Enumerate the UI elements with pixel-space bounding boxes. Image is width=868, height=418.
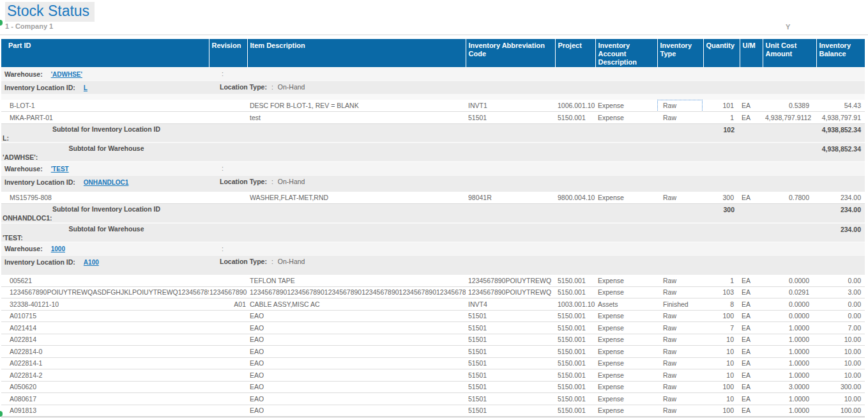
cell-part-id[interactable]: A022814-0 (1, 346, 209, 358)
cell-inv-type[interactable]: Raw (657, 192, 703, 204)
cell-part-id[interactable]: A091813 (1, 405, 209, 417)
cell-account[interactable]: Expense (595, 346, 657, 358)
cell-balance[interactable]: 3.00 (816, 286, 865, 298)
cell-revision[interactable] (209, 310, 247, 322)
cell-qty[interactable]: 10 (703, 334, 740, 346)
cell-account[interactable]: Expense (595, 369, 657, 382)
cell-abbrev[interactable]: INVT4 (466, 298, 555, 311)
cell-um[interactable]: EA (740, 381, 763, 393)
cell-account[interactable]: Expense (595, 405, 657, 417)
cell-unit-cost[interactable]: 1.0000 (763, 405, 816, 417)
cell-um[interactable]: EA (740, 275, 763, 287)
warehouse-link[interactable]: 'ADWHSE' (51, 71, 82, 78)
cell-description[interactable]: EAO (247, 334, 466, 346)
cell-unit-cost[interactable]: 1.0000 (763, 334, 816, 346)
cell-abbrev[interactable]: 51501 (466, 334, 555, 346)
cell-revision[interactable]: A01 (209, 298, 247, 311)
cell-account[interactable]: Expense (595, 393, 657, 405)
cell-account[interactable]: Expense (595, 334, 657, 346)
cell-inv-type[interactable]: Raw (657, 310, 703, 322)
cell-description[interactable]: EAO (247, 405, 466, 417)
cell-account[interactable]: Expense (595, 286, 657, 298)
cell-part-id[interactable]: MKA-PART-01 (1, 112, 209, 124)
cell-um[interactable]: EA (740, 100, 763, 112)
cell-qty[interactable]: 10 (703, 369, 740, 382)
cell-abbrev[interactable]: 1234567890POIUYTREWQ (466, 275, 555, 287)
cell-balance[interactable]: 0.00 (816, 298, 865, 311)
cell-unit-cost[interactable]: 0.0000 (763, 275, 816, 287)
cell-abbrev[interactable]: 51501 (466, 310, 555, 322)
cell-abbrev[interactable]: 51501 (466, 346, 555, 358)
cell-unit-cost[interactable]: 3.0000 (763, 381, 816, 393)
cell-unit-cost[interactable]: 0.0291 (763, 286, 816, 298)
cell-qty[interactable]: 103 (703, 286, 740, 298)
cell-balance[interactable]: 10.00 (816, 346, 865, 358)
cell-unit-cost[interactable]: 1.0000 (763, 357, 816, 369)
cell-inv-type[interactable]: Raw (657, 286, 703, 298)
cell-revision[interactable] (209, 346, 247, 358)
cell-qty[interactable]: 300 (703, 192, 740, 204)
cell-inv-type[interactable]: Raw (657, 393, 703, 405)
cell-part-id[interactable]: 005621 (1, 275, 209, 287)
cell-um[interactable]: EA (740, 322, 763, 334)
cell-project[interactable]: 5150.001 (555, 286, 595, 298)
cell-inv-type[interactable]: Raw (657, 369, 703, 382)
cell-part-id[interactable]: A021414 (1, 322, 209, 334)
cell-revision[interactable] (209, 275, 247, 287)
cell-revision[interactable] (209, 369, 247, 382)
cell-part-id[interactable]: A050620 (1, 381, 209, 393)
cell-abbrev[interactable]: 51501 (466, 381, 555, 393)
cell-um[interactable]: EA (740, 286, 763, 298)
cell-part-id[interactable]: A022814-1 (1, 357, 209, 369)
cell-qty[interactable]: 100 (703, 310, 740, 322)
cell-description[interactable]: EAO (247, 310, 466, 322)
cell-description[interactable]: DESC FOR B-LOT-1, REV = BLANK (247, 100, 466, 112)
cell-balance[interactable]: 4,938,797.91 (816, 112, 865, 124)
cell-balance[interactable]: 0.00 (816, 275, 865, 287)
cell-um[interactable]: EA (740, 310, 763, 322)
cell-inv-type[interactable]: Raw (657, 112, 703, 124)
cell-um[interactable]: EA (740, 298, 763, 311)
cell-part-id[interactable]: A010715 (1, 310, 209, 322)
cell-inv-type[interactable]: Raw (657, 405, 703, 417)
cell-inv-type[interactable]: Raw (657, 357, 703, 369)
cell-qty[interactable]: 10 (703, 346, 740, 358)
cell-unit-cost[interactable]: 0.0000 (763, 310, 816, 322)
cell-project[interactable]: 1006.001.10 (555, 100, 595, 112)
cell-account[interactable]: Expense (595, 275, 657, 287)
cell-qty[interactable]: 101 (703, 100, 740, 112)
cell-project[interactable]: 5150.001 (555, 405, 595, 417)
cell-part-id[interactable]: B-LOT-1 (1, 100, 209, 112)
cell-unit-cost[interactable]: 1.0000 (763, 369, 816, 382)
cell-qty[interactable]: 7 (703, 322, 740, 334)
cell-description[interactable]: EAO (247, 357, 466, 369)
cell-part-id[interactable]: MS15795-808 (1, 192, 209, 204)
cell-inv-type[interactable]: Raw (657, 346, 703, 358)
cell-account[interactable]: Assets (595, 298, 657, 311)
cell-revision[interactable] (209, 381, 247, 393)
cell-project[interactable]: 5150.001 (555, 112, 595, 124)
cell-um[interactable]: EA (740, 334, 763, 346)
cell-balance[interactable]: 234.00 (816, 192, 865, 204)
cell-account[interactable]: Expense (595, 310, 657, 322)
cell-description[interactable]: test (247, 112, 466, 124)
cell-um[interactable]: EA (740, 357, 763, 369)
cell-revision[interactable]: 1234567890 (209, 286, 247, 298)
cell-qty[interactable]: 10 (703, 357, 740, 369)
cell-description[interactable]: EAO (247, 369, 466, 382)
cell-description[interactable]: EAO (247, 346, 466, 358)
cell-project[interactable]: 5150.001 (555, 322, 595, 334)
cell-inv-type[interactable]: Raw (657, 322, 703, 334)
cell-abbrev[interactable]: 51501 (466, 357, 555, 369)
cell-balance[interactable]: 0.00 (816, 310, 865, 322)
cell-qty[interactable]: 8 (703, 298, 740, 311)
cell-qty[interactable]: 10 (703, 393, 740, 405)
cell-balance[interactable]: 10.00 (816, 369, 865, 382)
cell-abbrev[interactable]: 51501 (466, 322, 555, 334)
cell-project[interactable]: 5150.001 (555, 334, 595, 346)
cell-account[interactable]: Expense (595, 100, 657, 112)
cell-unit-cost[interactable]: 0.0000 (763, 298, 816, 311)
cell-balance[interactable]: 10.00 (816, 393, 865, 405)
cell-account[interactable]: Expense (595, 381, 657, 393)
cell-inv-type[interactable]: Raw (657, 275, 703, 287)
